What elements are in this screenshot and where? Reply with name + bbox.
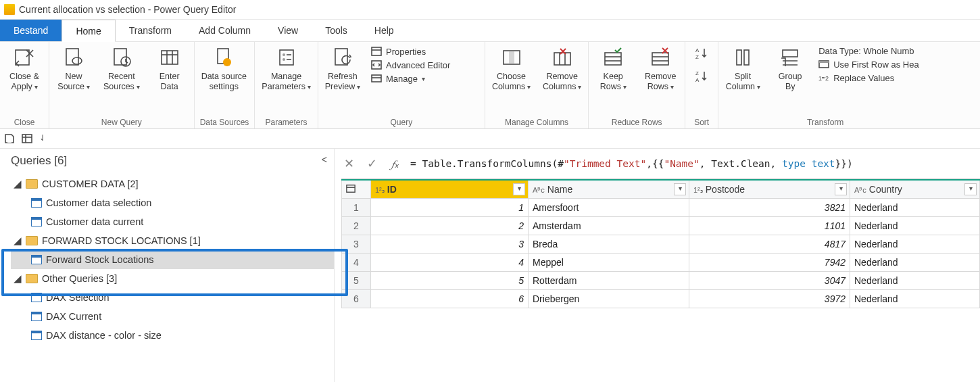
menu-add-column[interactable]: Add Column (185, 20, 264, 41)
filter-dropdown-icon[interactable]: ▾ (674, 183, 686, 195)
expand-caret-icon[interactable]: ◢ (14, 273, 22, 284)
column-header-country[interactable]: AᴮcCountry▾ (850, 180, 980, 199)
recent-sources-button[interactable]: Recent Sources (102, 45, 141, 92)
folder-icon (26, 274, 38, 283)
first-row-headers-button[interactable]: Use First Row as Hea (818, 59, 927, 70)
expand-caret-icon[interactable]: ◢ (14, 235, 22, 246)
cell-postcode[interactable]: 3047 (689, 272, 850, 290)
query-item[interactable]: DAX Current (11, 307, 334, 326)
new-source-button[interactable]: New Source (55, 45, 93, 92)
cell-postcode[interactable]: 4817 (689, 235, 850, 254)
cell-name[interactable]: Breda (529, 235, 689, 254)
filter-dropdown-icon[interactable]: ▾ (513, 183, 525, 195)
query-item[interactable]: DAX distance - color - size (11, 326, 334, 345)
table-row[interactable]: 66Driebergen3972Nederland (342, 290, 980, 308)
svg-rect-13 (280, 50, 293, 65)
cell-country[interactable]: Nederland (850, 235, 980, 254)
table-row[interactable]: 33Breda4817Nederland (342, 235, 980, 254)
cancel-formula-icon[interactable]: ✕ (341, 156, 356, 171)
data-type-button[interactable]: Data Type: Whole Numb (818, 46, 927, 56)
table-view-icon[interactable] (22, 133, 32, 144)
manage-query-button[interactable]: Manage (371, 73, 479, 84)
cell-id[interactable]: 6 (371, 290, 529, 308)
column-header-id[interactable]: 1²₃ID▾ (371, 180, 529, 199)
recent-sources-label: Recent Sources (103, 72, 140, 92)
cell-postcode[interactable]: 3972 (689, 290, 850, 308)
choose-columns-button[interactable]: Choose Columns (491, 45, 532, 92)
filter-dropdown-icon[interactable]: ▾ (835, 183, 847, 195)
enter-data-button[interactable]: Enter Data (151, 45, 189, 92)
query-item[interactable]: Customer data selection (11, 193, 334, 212)
query-item[interactable]: Customer data current (11, 212, 334, 231)
refresh-preview-button[interactable]: Refresh Preview (324, 45, 362, 92)
cell-id[interactable]: 5 (371, 272, 529, 290)
remove-columns-button[interactable]: Remove Columns (541, 45, 583, 92)
expand-caret-icon[interactable]: ◢ (14, 178, 22, 189)
queries-folder[interactable]: ◢FORWARD STOCK LOCATIONS [1] (11, 231, 334, 250)
cell-id[interactable]: 3 (371, 235, 529, 254)
menu-transform[interactable]: Transform (116, 20, 185, 41)
menu-tools[interactable]: Tools (312, 20, 361, 41)
row-number[interactable]: 3 (342, 235, 371, 254)
cell-country[interactable]: Nederland (850, 217, 980, 235)
save-icon[interactable] (4, 133, 15, 144)
table-row[interactable]: 55Rotterdam3047Nederland (342, 272, 980, 290)
cell-country[interactable]: Nederland (850, 199, 980, 217)
fx-icon[interactable]: 𝑓ₓ (387, 156, 402, 171)
cell-id[interactable]: 1 (371, 199, 529, 217)
menu-file[interactable]: Bestand (0, 20, 62, 41)
cell-id[interactable]: 2 (371, 217, 529, 235)
grid-corner[interactable] (342, 180, 371, 199)
manage-parameters-button[interactable]: Manage Parameters (260, 45, 312, 92)
filter-dropdown-icon[interactable]: ▾ (964, 183, 977, 195)
sort-desc-button[interactable]: ZA (691, 68, 712, 87)
cell-country[interactable]: Nederland (850, 254, 980, 272)
advanced-editor-button[interactable]: Advanced Editor (371, 59, 479, 70)
qat-overflow-icon[interactable]: ⇃ (39, 133, 46, 144)
row-number[interactable]: 6 (342, 290, 371, 308)
split-column-button[interactable]: Split Column (724, 45, 762, 92)
menu-view[interactable]: View (264, 20, 312, 41)
cell-name[interactable]: Rotterdam (529, 272, 689, 290)
cell-country[interactable]: Nederland (850, 290, 980, 308)
quick-access-toolbar: ⇃ (0, 129, 980, 149)
group-by-button[interactable]: Group By (771, 45, 809, 92)
column-header-postcode[interactable]: 1²₃Postcode▾ (689, 180, 850, 199)
remove-rows-button[interactable]: Remove Rows (641, 45, 679, 92)
cell-name[interactable]: Amersfoort (529, 199, 689, 217)
menu-home[interactable]: Home (62, 20, 115, 42)
row-number[interactable]: 2 (342, 217, 371, 235)
properties-button[interactable]: Properties (371, 46, 479, 57)
formula-text[interactable]: = Table.TransformColumns(#"Trimmed Text"… (410, 158, 853, 169)
accept-formula-icon[interactable]: ✓ (364, 156, 379, 171)
row-number[interactable]: 5 (342, 272, 371, 290)
query-item-selected[interactable]: Forward Stock Locations (11, 250, 334, 269)
keep-rows-button[interactable]: Keep Rows (594, 45, 632, 92)
collapse-queries-icon[interactable]: < (322, 154, 327, 165)
queries-pane-title: Queries [6] (11, 154, 334, 168)
query-item[interactable]: DAX Selection (11, 288, 334, 307)
sort-asc-button[interactable]: AZ (691, 45, 712, 64)
table-row[interactable]: 44Meppel7942Nederland (342, 254, 980, 272)
menu-help[interactable]: Help (361, 20, 408, 41)
replace-values-button[interactable]: 12Replace Values (818, 72, 927, 83)
table-row[interactable]: 11Amersfoort3821Nederland (342, 199, 980, 217)
row-number[interactable]: 1 (342, 199, 371, 217)
queries-folder[interactable]: ◢CUSTOMER DATA [2] (11, 174, 334, 193)
cell-name[interactable]: Driebergen (529, 290, 689, 308)
cell-name[interactable]: Amsterdam (529, 217, 689, 235)
column-header-name[interactable]: AᴮcName▾ (529, 180, 689, 199)
queries-folder[interactable]: ◢Other Queries [3] (11, 269, 334, 288)
cell-postcode[interactable]: 1101 (689, 217, 850, 235)
cell-country[interactable]: Nederland (850, 272, 980, 290)
cell-postcode[interactable]: 7942 (689, 254, 850, 272)
manage-parameters-label: Manage Parameters (262, 72, 310, 92)
cell-id[interactable]: 4 (371, 254, 529, 272)
choose-columns-icon (500, 46, 523, 69)
table-row[interactable]: 22Amsterdam1101Nederland (342, 217, 980, 235)
close-apply-button[interactable]: Close & Apply (5, 45, 43, 92)
cell-name[interactable]: Meppel (529, 254, 689, 272)
data-source-settings-button[interactable]: Data source settings (200, 45, 248, 92)
cell-postcode[interactable]: 3821 (689, 199, 850, 217)
row-number[interactable]: 4 (342, 254, 371, 272)
